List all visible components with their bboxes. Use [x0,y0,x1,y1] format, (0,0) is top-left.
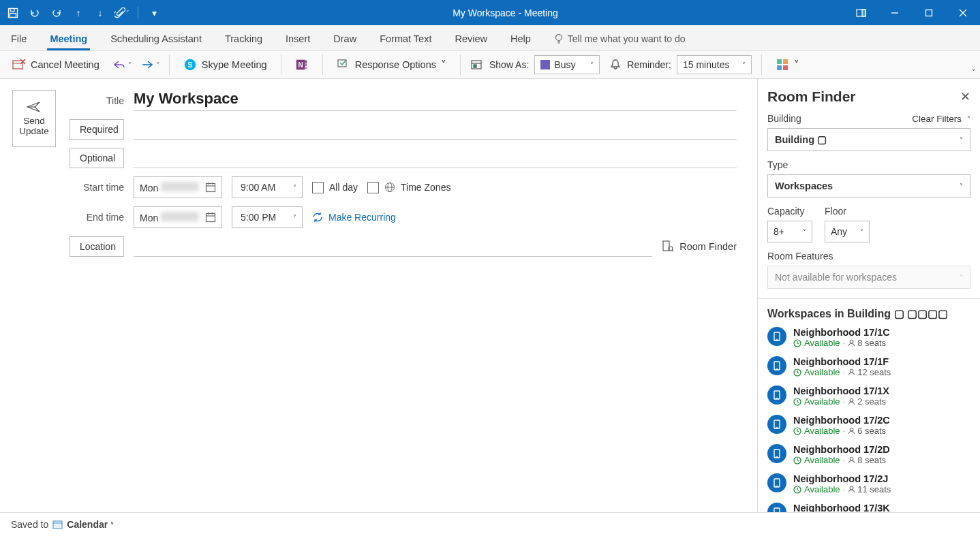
up-arrow-icon[interactable]: ↑ [70,4,87,22]
clock-icon [793,427,801,435]
room-finder-button[interactable]: Room Finder [662,240,737,253]
save-icon[interactable] [4,4,22,22]
tab-review[interactable]: Review [452,28,490,50]
workspace-item[interactable]: Neighborhood 17/2JAvailable· 11 seats [767,473,970,494]
tab-draw[interactable]: Draw [331,28,359,50]
window-title: My Workspace - Meeting [163,7,848,18]
recurring-icon [312,212,323,223]
svg-rect-20 [305,61,307,63]
quick-access-toolbar: ↑ ↓ ˅ ▾ [4,4,163,22]
person-icon [848,368,855,376]
workspace-item[interactable]: Neighborhood 17/1CAvailable· 8 seats [767,327,970,348]
maximize-icon[interactable] [916,3,942,22]
ribbon-display-icon[interactable] [848,3,874,22]
title-label: Title [70,95,124,106]
start-time-dropdown[interactable]: 9:00 AM˅ [232,176,303,198]
workspace-icon [767,444,786,463]
svg-rect-1 [10,8,14,11]
cancel-meeting-button[interactable]: Cancel Meeting [8,55,104,74]
tab-meeting[interactable]: Meeting [47,28,90,50]
lightbulb-icon [554,33,564,44]
svg-rect-2 [10,13,16,17]
panel-title: Room Finder✕ [767,89,970,105]
cancel-meeting-icon [12,58,26,72]
close-panel-icon[interactable]: ✕ [960,89,970,104]
clock-icon [793,486,801,494]
reply-dropdown[interactable]: ˅ [113,60,132,69]
close-icon[interactable] [950,3,976,22]
categorize-button[interactable]: ˅ [771,55,803,74]
calendar-icon [205,182,216,193]
tab-scheduling[interactable]: Scheduling Assistant [108,28,204,50]
tab-format[interactable]: Format Text [377,28,434,50]
optional-button[interactable]: Optional [70,148,124,168]
svg-point-65 [850,457,853,460]
forward-dropdown[interactable]: ˅ [141,60,159,69]
building-label: Building [767,113,801,124]
workspace-item[interactable]: Neighborhood 17/2DAvailable· 8 seats [767,444,970,465]
make-recurring-link[interactable]: Make Recurring [312,212,396,223]
title-input[interactable]: My Workspace [134,90,737,111]
workspace-item[interactable]: Neighborhood 17/1FAvailable· 12 seats [767,356,970,377]
room-finder-panel: Room Finder✕ Building Clear Filters ˄ Bu… [758,79,980,512]
svg-rect-58 [774,420,780,428]
svg-point-61 [850,428,853,431]
workspace-icon [767,503,786,512]
person-icon [848,486,855,493]
floor-label: Floor [825,206,870,217]
workspace-item[interactable]: Neighborhood 17/1XAvailable· 2 seats [767,385,970,407]
svg-rect-70 [774,508,780,512]
required-input[interactable] [134,119,737,140]
start-date-picker[interactable]: Mon [134,176,222,198]
tab-file[interactable]: File [8,28,29,50]
type-dropdown[interactable]: Workspaces˅ [767,174,970,198]
end-date-picker[interactable]: Mon [134,206,222,228]
clear-filters-link[interactable]: Clear Filters [912,114,962,124]
optional-input[interactable] [134,148,737,168]
send-update-button[interactable]: Send Update [12,90,56,147]
location-input[interactable] [134,236,652,257]
svg-rect-46 [774,332,780,341]
redo-icon[interactable] [48,4,65,22]
svg-rect-22 [305,67,307,69]
timezones-checkbox[interactable]: Time Zones [367,182,450,193]
workspace-item[interactable]: Neighborhood 17/3K [767,503,970,512]
skype-meeting-button[interactable]: S Skype Meeting [179,55,271,74]
minimize-icon[interactable] [882,3,908,22]
tab-help[interactable]: Help [508,28,534,50]
customize-qat-icon[interactable]: ▾ [145,4,163,22]
collapse-ribbon-icon[interactable]: ˅ [972,68,976,77]
workspace-icon [767,473,786,492]
show-as-dropdown[interactable]: Busy ˅ [534,55,600,74]
svg-rect-39 [206,214,215,222]
allday-checkbox[interactable]: All day [312,182,358,193]
down-arrow-icon[interactable]: ↓ [91,4,109,22]
show-as-label: Show As: [489,59,529,70]
attach-icon[interactable]: ˅ [113,4,131,22]
clock-icon [793,339,801,347]
calendar-folder-link[interactable]: Calendar ˅ [67,519,114,530]
svg-text:N: N [298,61,303,69]
globe-icon [384,182,395,193]
tab-insert[interactable]: Insert [283,28,313,50]
undo-icon[interactable] [26,4,44,22]
tab-tracking[interactable]: Tracking [222,28,265,50]
building-dropdown[interactable]: Building ▢˅ [767,128,970,151]
response-options-button[interactable]: Response Options ˅ [333,55,450,74]
end-time-dropdown[interactable]: 5:00 PM˅ [232,206,303,228]
workspace-item[interactable]: Neighborhood 17/2CAvailable· 6 seats [767,415,970,436]
reminder-dropdown[interactable]: 15 minutes ˅ [677,55,752,74]
onenote-button[interactable]: N [291,55,313,74]
location-button[interactable]: Location [70,236,124,257]
reminder-group: Reminder: 15 minutes ˅ [609,55,752,74]
floor-dropdown[interactable]: Any˅ [825,221,870,242]
tell-me-search[interactable]: Tell me what you want to do [551,28,688,50]
forward-icon [141,60,153,69]
svg-rect-62 [774,450,780,458]
response-options-icon [337,58,350,72]
capacity-dropdown[interactable]: 8+˅ [767,221,812,242]
required-button[interactable]: Required [70,119,124,140]
meeting-form: Send Update Title My Workspace Required … [0,79,758,512]
svg-point-69 [850,486,853,490]
chevron-up-icon[interactable]: ˄ [967,115,970,123]
